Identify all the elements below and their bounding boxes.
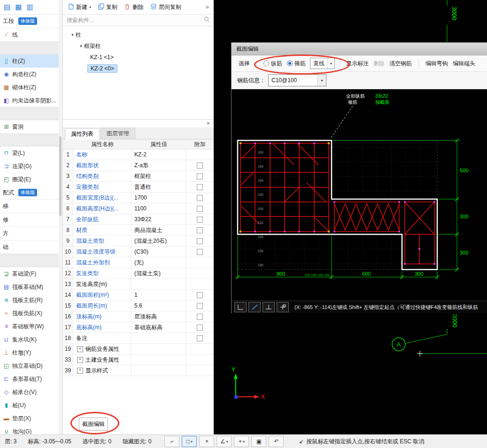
property-name[interactable]: 材质 <box>73 225 131 235</box>
property-name[interactable]: 泵送类型 <box>73 268 131 278</box>
property-value[interactable]: (C30) <box>131 247 186 257</box>
new-button[interactable]: 新建 ▾ <box>65 1 94 13</box>
sidebar-item-masonry-column[interactable]: ▦砌体柱(Z) <box>0 81 59 94</box>
property-name[interactable]: 截面宽度(B边)(... <box>73 193 131 203</box>
extra-checkbox[interactable] <box>197 292 203 298</box>
cancel-mode-button[interactable]: × <box>199 436 214 447</box>
search-icon[interactable] <box>204 16 210 24</box>
tree-leaf-kz1[interactable]: KZ-1 <1> <box>63 52 214 63</box>
property-name[interactable]: 顶标高(m) <box>73 311 131 322</box>
sidebar-item-column-pier[interactable]: ⊥柱墩(Y) <box>0 346 59 359</box>
sidebar-item-ring-beam[interactable]: ◰圈梁(E) <box>0 173 59 186</box>
copy-button[interactable]: 复制 <box>95 1 120 13</box>
property-name[interactable]: 泵送高度(m) <box>73 279 131 289</box>
tree-leaf-kz2[interactable]: KZ-2 <0> <box>63 63 214 74</box>
sidebar-item-structural-column[interactable]: ◉构造柱(Z) <box>0 68 59 81</box>
undo-view-button[interactable]: ↶ <box>269 436 284 447</box>
rebar-info-dropdown[interactable]: C10@100▾ <box>268 74 326 86</box>
edit-hook-button[interactable]: 编辑弯钩 <box>423 60 450 68</box>
sidebar-item-coupling-beam[interactable]: ⊐连梁(G) <box>0 160 59 173</box>
extra-checkbox[interactable] <box>197 238 203 244</box>
extra-checkbox[interactable] <box>197 173 203 179</box>
property-value[interactable]: 基础底标高 <box>131 322 186 332</box>
property-value[interactable]: (混凝土20石) <box>131 236 186 246</box>
extra-checkbox[interactable] <box>197 335 203 341</box>
sidebar-group-earthwork[interactable]: 方 <box>0 227 59 240</box>
perpendicular-button[interactable] <box>263 302 275 312</box>
extra-checkbox[interactable] <box>197 303 203 309</box>
sidebar-group-foundation[interactable]: 础 <box>0 240 59 254</box>
property-name[interactable]: 截面面积(m²) <box>73 290 131 300</box>
sidebar-item-beam[interactable]: ⊓梁(L) <box>0 147 59 160</box>
sidebar-item-raft-negative-rebar[interactable]: ≈筏板负筋(X) <box>0 307 59 320</box>
extra-checkbox[interactable] <box>197 314 203 320</box>
property-name[interactable]: 截面形状 <box>73 160 131 170</box>
grid-toggle-button[interactable]: ▣ <box>251 436 266 447</box>
expand-icon[interactable]: + <box>77 368 83 374</box>
section-edit-button[interactable]: 截面编辑 <box>79 417 108 431</box>
property-name[interactable]: 混凝土外加剂 <box>73 257 131 268</box>
tree-node-frame-column[interactable]: ▾框架柱 <box>63 40 214 52</box>
property-value[interactable]: 1 <box>131 290 186 300</box>
expand-icon[interactable]: + <box>77 357 83 363</box>
property-value[interactable]: 1100 <box>131 203 186 214</box>
property-name[interactable]: 截面周长(m) <box>73 301 131 311</box>
show-dimension-button[interactable]: 显示标注 <box>344 60 371 68</box>
property-name[interactable]: 截面高度(H边)(... <box>73 203 131 214</box>
property-value[interactable]: 5.6 <box>131 301 186 311</box>
extra-checkbox[interactable] <box>197 184 203 190</box>
sidebar-item-sump-pit[interactable]: ⊔集水坑(K) <box>0 333 59 346</box>
property-name[interactable]: 定额类别 <box>73 182 131 192</box>
sidebar-scrollbar[interactable] <box>59 0 63 434</box>
sidebar-item-pile-cap[interactable]: ◇桩承台(V) <box>0 386 59 399</box>
sidebar-item-independent-foundation[interactable]: ◱独立基础(D) <box>0 359 59 372</box>
select-tool-button[interactable]: 选择 <box>236 60 252 68</box>
chevron-down-icon[interactable]: ▾ <box>317 75 326 86</box>
tree-expander-icon[interactable]: ▾ <box>70 32 76 37</box>
sidebar-group-prefab[interactable]: 配式体验版 <box>0 186 59 200</box>
ortho-corner-button[interactable] <box>234 302 247 312</box>
diagonal-line-button[interactable] <box>248 302 261 312</box>
scrollbar-thumb[interactable] <box>59 136 62 216</box>
toolbar-overflow-button[interactable]: » <box>206 4 212 10</box>
grid-icon[interactable]: ▦ <box>15 3 22 11</box>
sidebar-item-strip-foundation[interactable]: ⊏条形基础(T) <box>0 372 59 386</box>
edit-end-button[interactable]: 编辑端头 <box>450 60 478 68</box>
sidebar-item-cushion[interactable]: ▬垫层(X) <box>0 412 59 425</box>
line-type-dropdown[interactable]: 直线▾ <box>310 58 335 69</box>
rect-mode-button[interactable]: □▾ <box>182 436 197 447</box>
close-icon[interactable]: × <box>206 120 210 127</box>
search-input[interactable]: 搜索构件... <box>63 15 214 26</box>
section-canvas[interactable]: 100 100 100 100 100 100 100 100 100 800 <box>232 89 487 301</box>
sidebar-item-foundation-beam[interactable]: ⊒基础梁(F) <box>0 267 59 280</box>
longitudinal-radio[interactable]: 纵筋 <box>261 60 285 68</box>
tree-node-column[interactable]: ▾柱 <box>63 29 214 40</box>
sidebar-item-pile[interactable]: ▮桩(U) <box>0 399 59 412</box>
sidebar-item-window-opening[interactable]: ⊞窗洞 <box>0 120 59 133</box>
property-name[interactable]: 混凝土强度等级 <box>73 247 131 257</box>
angle-snap-button[interactable]: ∠▾ <box>216 436 232 447</box>
sidebar-group-decoration[interactable]: 修 <box>0 213 59 227</box>
delete-rebar-button[interactable]: 删除 <box>371 60 387 68</box>
toc-icon[interactable]: ▤ <box>4 3 10 11</box>
property-name[interactable]: 底标高(m) <box>73 322 131 332</box>
chevron-down-icon[interactable]: ▾ <box>327 58 334 69</box>
group-name[interactable]: 显示样式 <box>85 367 108 375</box>
layout-icon[interactable]: ▥ <box>26 3 33 11</box>
property-name[interactable]: 全部纵筋 <box>73 214 131 224</box>
expand-icon[interactable]: + <box>77 346 83 352</box>
extra-checkbox[interactable] <box>197 216 203 223</box>
sidebar-item-raft-foundation[interactable]: ▤筏板基础(M) <box>0 280 59 294</box>
property-value[interactable]: 层顶标高 <box>131 311 186 322</box>
tab-layer-manage[interactable]: 图层管理 <box>100 128 135 139</box>
property-value[interactable]: 33Φ22 <box>131 214 186 224</box>
interlayer-copy-button[interactable]: 层间复制 <box>147 1 184 13</box>
group-name[interactable]: 钢筋业务属性 <box>85 345 119 353</box>
property-value[interactable]: KZ-2 <box>131 149 186 160</box>
group-name[interactable]: 土建业务属性 <box>85 356 119 364</box>
sidebar-item-line[interactable]: ∕线 <box>0 28 59 41</box>
extra-checkbox[interactable] <box>197 249 203 255</box>
sidebar-item-foundation-strip[interactable]: ≡基础板带(W) <box>0 320 59 333</box>
property-value[interactable]: (混凝土泵) <box>131 268 186 278</box>
property-value[interactable]: 商品混凝土 <box>131 225 186 235</box>
